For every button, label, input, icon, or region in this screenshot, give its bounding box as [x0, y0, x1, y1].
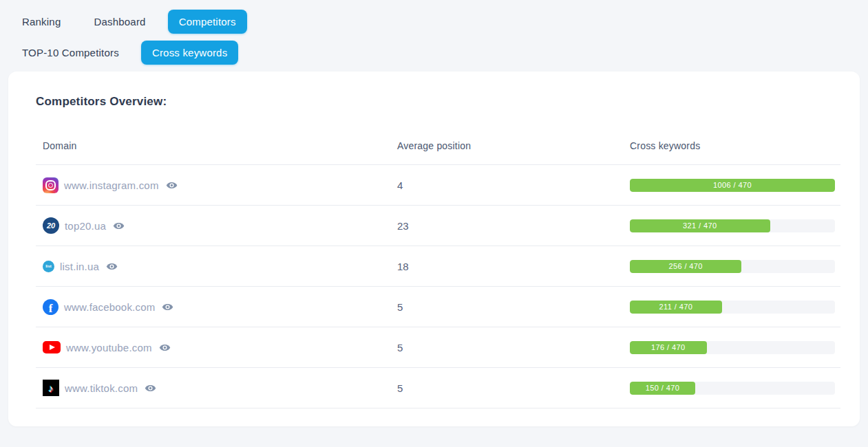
nav-row-primary: Ranking Dashboard Competitors: [11, 10, 868, 34]
table-row: ♪ www.tiktok.com 5 150 / 470: [36, 368, 840, 408]
domain-link[interactable]: www.tiktok.com: [65, 382, 138, 394]
domain-link[interactable]: www.facebook.com: [64, 301, 155, 313]
table-row: 20 top20.ua 23 321 / 470: [36, 206, 840, 246]
tab-competitors[interactable]: Competitors: [168, 10, 247, 34]
list-favicon: list: [43, 261, 54, 272]
competitors-table: Domain Average position Cross keywords w…: [36, 127, 840, 408]
tiktok-favicon: ♪: [43, 380, 59, 396]
eye-icon[interactable]: [106, 261, 118, 272]
table-row: www.youtube.com 5 176 / 470: [36, 327, 840, 368]
table-header-row: Domain Average position Cross keywords: [36, 127, 840, 165]
eye-icon[interactable]: [113, 220, 125, 232]
table-row: www.instagram.com 4 1006 / 470: [36, 165, 840, 206]
tab-cross-keywords[interactable]: Cross keywords: [141, 41, 239, 65]
eye-icon[interactable]: [159, 342, 171, 353]
eye-icon[interactable]: [162, 301, 173, 313]
tab-top10-competitors[interactable]: TOP-10 Competitors: [11, 41, 130, 65]
column-header-cross-keywords: Cross keywords: [630, 140, 840, 151]
eye-icon[interactable]: [166, 179, 178, 191]
cross-keywords-value: 176 / 470: [651, 343, 685, 351]
cross-keywords-value: 321 / 470: [683, 221, 717, 230]
average-position-value: 5: [397, 301, 630, 313]
average-position-value: 5: [397, 382, 630, 394]
page-title: Competitors Overview:: [36, 95, 840, 109]
tab-ranking[interactable]: Ranking: [11, 10, 72, 34]
domain-link[interactable]: list.in.ua: [60, 261, 99, 272]
average-position-value: 23: [397, 220, 630, 232]
cross-keywords-bar: 321 / 470: [630, 219, 835, 232]
nav-row-secondary: TOP-10 Competitors Cross keywords: [11, 41, 868, 65]
youtube-favicon: [43, 341, 61, 353]
facebook-favicon: f: [43, 299, 59, 315]
cross-keywords-bar: 211 / 470: [630, 301, 835, 314]
instagram-favicon: [43, 177, 59, 193]
domain-link[interactable]: www.youtube.com: [66, 342, 152, 353]
cross-keywords-value: 211 / 470: [659, 303, 693, 311]
average-position-value: 4: [397, 179, 630, 191]
top-navigation: Ranking Dashboard Competitors TOP-10 Com…: [0, 0, 868, 65]
average-position-value: 18: [397, 261, 630, 272]
top20-favicon: 20: [43, 217, 59, 234]
cross-keywords-value: 256 / 470: [668, 262, 702, 270]
cross-keywords-bar: 1006 / 470: [630, 179, 835, 192]
column-header-domain: Domain: [36, 140, 397, 151]
table-row: list list.in.ua 18 256 / 470: [36, 246, 840, 287]
eye-icon[interactable]: [145, 382, 156, 394]
cross-keywords-value: 150 / 470: [646, 384, 679, 392]
cross-keywords-bar: 150 / 470: [630, 382, 835, 395]
tab-dashboard[interactable]: Dashboard: [83, 10, 156, 34]
average-position-value: 5: [397, 342, 630, 353]
domain-link[interactable]: www.instagram.com: [64, 179, 159, 191]
cross-keywords-value: 1006 / 470: [713, 181, 752, 189]
cross-keywords-bar: 176 / 470: [630, 341, 835, 354]
column-header-average-position: Average position: [397, 140, 630, 151]
domain-link[interactable]: top20.ua: [65, 220, 106, 232]
competitors-overview-card: Competitors Overview: Domain Average pos…: [8, 72, 860, 426]
table-row: f www.facebook.com 5 211 / 470: [36, 287, 840, 327]
cross-keywords-bar: 256 / 470: [630, 260, 835, 273]
